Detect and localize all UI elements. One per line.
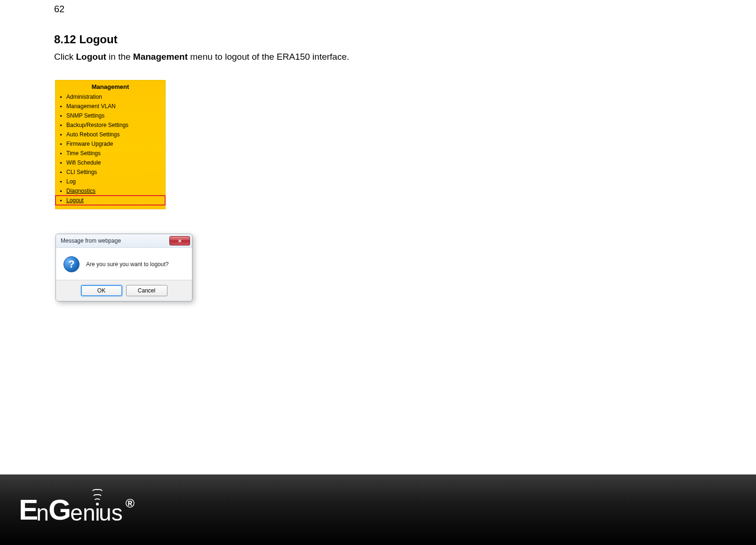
intro-text: in the (106, 52, 133, 62)
intro-text: menu to logout of the ERA150 interface. (188, 52, 349, 62)
menu-item-label: Auto Reboot Settings (66, 130, 119, 139)
menu-item-backup-restore[interactable]: Backup/Restore Settings (56, 120, 165, 130)
management-menu: Management Administration Management VLA… (55, 80, 166, 209)
intro-bold-management: Management (133, 52, 188, 62)
bullet-icon (60, 190, 62, 192)
close-icon: ✕ (178, 238, 182, 244)
menu-item-label: Time Settings (66, 149, 101, 158)
ok-button[interactable]: OK (81, 285, 122, 296)
menu-item-diagnostics[interactable]: Diagnostics (56, 186, 165, 196)
bullet-icon (60, 153, 62, 154)
intro-text: Click (54, 52, 76, 62)
confirm-dialog: Message from webpage ✕ ? Are you sure yo… (56, 234, 192, 301)
dialog-buttons: OK Cancel (56, 280, 192, 301)
brand-wordmark: E n G en ı us (19, 495, 123, 524)
page-number: 62 (54, 4, 64, 15)
menu-item-label: Logout (66, 196, 84, 205)
document-page: 62 8.12 Logout Click Logout in the Manag… (0, 0, 756, 545)
bullet-icon (60, 106, 62, 107)
wifi-icon (91, 489, 104, 506)
bullet-icon (60, 96, 62, 98)
menu-item-label: Log (66, 177, 76, 186)
menu-item-label: Firmware Upgrade (66, 140, 113, 148)
brand-logo: E n G en ı us ® (19, 495, 135, 524)
menu-item-firmware-upgrade[interactable]: Firmware Upgrade (56, 139, 165, 149)
menu-item-management-vlan[interactable]: Management VLAN (56, 102, 165, 111)
menu-item-label: Wifi Schedule (66, 158, 101, 167)
section-heading: 8.12 Logout (54, 33, 699, 46)
question-icon: ? (64, 256, 80, 272)
menu-item-time-settings[interactable]: Time Settings (56, 149, 165, 158)
dialog-body: ? Are you sure you want to logout? (56, 248, 192, 280)
logo-letter-i: ı (95, 502, 101, 524)
menu-item-administration[interactable]: Administration (56, 92, 165, 102)
bullet-icon (60, 162, 62, 164)
intro-bold-logout: Logout (76, 52, 106, 62)
close-button[interactable]: ✕ (169, 236, 190, 245)
menu-item-log[interactable]: Log (56, 177, 165, 186)
dialog-message: Are you sure you want to logout? (86, 261, 168, 268)
menu-item-label: CLI Settings (66, 168, 97, 176)
menu-title: Management (56, 83, 165, 90)
menu-item-cli-settings[interactable]: CLI Settings (56, 167, 165, 177)
menu-item-snmp-settings[interactable]: SNMP Settings (56, 111, 165, 120)
menu-item-label: SNMP Settings (66, 111, 104, 120)
registered-mark: ® (126, 496, 135, 511)
footer: E n G en ı us ® (0, 474, 756, 545)
logo-letter: n (36, 502, 49, 524)
menu-item-logout[interactable]: Logout (56, 196, 165, 205)
cancel-button[interactable]: Cancel (126, 285, 167, 296)
bullet-icon (60, 115, 62, 117)
menu-item-auto-reboot[interactable]: Auto Reboot Settings (56, 130, 165, 139)
menu-item-label: Management VLAN (66, 102, 116, 111)
menu-item-label: Backup/Restore Settings (66, 121, 128, 129)
bullet-icon (60, 143, 62, 145)
bullet-icon (60, 172, 62, 173)
section-intro: Click Logout in the Management menu to l… (54, 51, 699, 63)
bullet-icon (60, 125, 62, 126)
bullet-icon (60, 200, 62, 201)
bullet-icon (60, 134, 62, 135)
menu-item-label: Diagnostics (66, 187, 95, 195)
logo-letter: G (48, 495, 71, 524)
menu-item-label: Administration (66, 93, 102, 101)
dialog-titlebar: Message from webpage ✕ (56, 234, 192, 248)
logo-letter: E (19, 495, 37, 524)
menu-item-wifi-schedule[interactable]: Wifi Schedule (56, 158, 165, 167)
section: 8.12 Logout Click Logout in the Manageme… (54, 33, 699, 63)
dialog-title: Message from webpage (61, 237, 121, 244)
bullet-icon (60, 181, 62, 182)
